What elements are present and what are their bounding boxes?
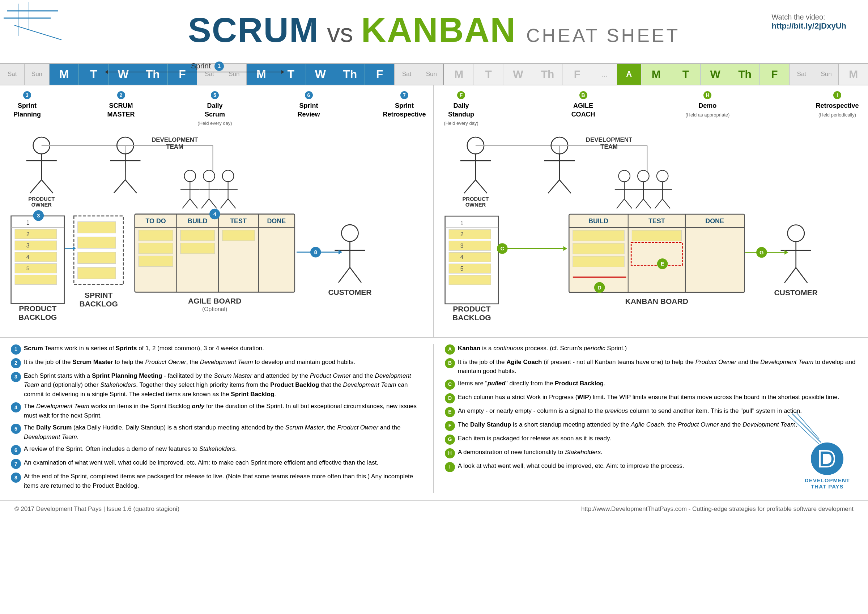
svg-line-29	[182, 199, 190, 208]
svg-text:E: E	[661, 261, 664, 267]
svg-marker-7	[281, 70, 284, 74]
sprint-review-label: 6 SprintReview	[291, 91, 327, 119]
svg-text:PRODUCT: PRODUCT	[19, 304, 56, 312]
scrum-bullet-num-1: 1	[11, 344, 21, 354]
svg-text:TEST: TEST	[648, 218, 665, 225]
video-url[interactable]: http://bit.ly/2jDxyUh	[772, 21, 846, 31]
cheat-sheet-title: CHEAT SHEET	[526, 25, 680, 46]
svg-rect-139	[449, 275, 491, 284]
kanban-bullet-letter-D: D	[445, 393, 455, 403]
cal-a-badge: A	[617, 64, 642, 85]
svg-rect-60	[78, 252, 116, 263]
agile-coach-text: AGILECOACH	[572, 102, 595, 118]
retro-kanban-badge: I	[833, 91, 841, 99]
svg-text:PRODUCT: PRODUCT	[453, 304, 490, 312]
svg-line-34	[202, 199, 209, 208]
demo-label: H Demo (Held as appropriate)	[685, 91, 730, 119]
scrum-bullet-num-5: 5	[11, 424, 21, 434]
sprint-review-text: SprintReview	[297, 102, 320, 118]
decorative-lines	[0, 0, 65, 44]
svg-rect-61	[78, 267, 116, 279]
svg-text:2: 2	[460, 231, 463, 237]
svg-rect-75	[138, 230, 173, 240]
svg-text:3: 3	[37, 213, 40, 219]
svg-line-116	[617, 199, 624, 208]
scrum-bullet-2: 2 It is the job of the Scrum Master to h…	[11, 358, 422, 368]
svg-rect-156	[632, 230, 681, 241]
svg-point-123	[657, 170, 668, 182]
svg-text:4: 4	[26, 253, 29, 260]
svg-text:5: 5	[460, 266, 463, 272]
scrum-bullet-4: 4 The Development Team works on items in…	[11, 402, 422, 420]
daily-scrum-sub: (Held every day)	[197, 120, 232, 126]
cal-dots: ...	[592, 64, 617, 85]
svg-text:C: C	[500, 246, 504, 252]
cal-sat-1: Sat	[0, 64, 25, 85]
svg-line-20	[114, 179, 126, 193]
svg-line-168	[796, 267, 808, 283]
kanban-bullet-text-F: The Daily Standup is a short standup mee…	[458, 420, 797, 431]
cal-th-green-1: Th	[730, 64, 760, 85]
svg-marker-6	[105, 70, 108, 74]
diagrams-section: 3 SprintPlanning 2 SCRUMMASTER 5 DailySc…	[0, 85, 868, 338]
vs-title: vs	[327, 19, 353, 47]
kanban-bullet-I: I A look at what went well, what could b…	[445, 461, 857, 472]
svg-text:DEVELOPMENT: DEVELOPMENT	[152, 136, 198, 143]
kanban-bullet-B: B It is the job of the Agile Coach (if p…	[445, 358, 857, 376]
kanban-bullet-A: A Kanban is a continuous process. (cf. S…	[445, 344, 857, 354]
svg-line-89	[350, 267, 361, 283]
agile-coach-badge: B	[580, 91, 587, 99]
scrum-bullet-num-6: 6	[11, 445, 21, 455]
daily-standup-text: DailyStandup	[448, 102, 474, 118]
logo-area: DEVELOPMENT THAT PAYS	[805, 443, 850, 490]
daily-scrum-text: DailyScrum	[205, 102, 225, 118]
kanban-bullet-letter-H: H	[445, 448, 455, 459]
scrum-bullet-6: 6 A review of the Sprint. Often includes…	[11, 444, 422, 455]
svg-rect-79	[180, 243, 215, 253]
svg-point-164	[788, 225, 804, 241]
svg-text:BUILD: BUILD	[188, 217, 208, 224]
scrum-master-badge: 2	[117, 91, 125, 99]
svg-text:2: 2	[26, 231, 29, 237]
svg-rect-131	[449, 229, 491, 239]
sprint-planning-badge: 3	[23, 91, 31, 99]
kanban-bullets-col: A Kanban is a continuous process. (cf. S…	[434, 344, 857, 494]
scrum-bullet-text-5: The Daily Scrum (aka Daily Huddle, Daily…	[24, 423, 422, 441]
scrum-bullet-num-7: 7	[11, 459, 21, 469]
scrum-svg-diagram: PRODUCT OWNER DEVELOPMENT TEAM	[7, 130, 426, 328]
kanban-title: KANBAN	[361, 11, 516, 49]
kanban-bullet-text-A: Kanban is a continuous process. (cf. Scr…	[458, 344, 627, 354]
retro-kanban-sub: (Held periodically)	[818, 112, 856, 118]
demo-badge: H	[704, 91, 711, 99]
scrum-bullet-7: 7 An examination of what went well, what…	[11, 458, 422, 469]
svg-line-21	[125, 179, 137, 193]
video-label: Watch the video:	[772, 13, 846, 21]
sprint-review-badge: 6	[305, 91, 313, 99]
svg-text:4: 4	[213, 211, 217, 217]
footer-website: http://www.DevelopmentThatPays.com	[581, 505, 687, 512]
svg-point-85	[341, 225, 358, 241]
scrum-bullet-text-3: Each Sprint starts with a Sprint Plannin…	[24, 371, 422, 399]
video-link-box: Watch the video: http://bit.ly/2jDxyUh	[772, 13, 846, 31]
kanban-bullet-letter-B: B	[445, 358, 455, 368]
svg-text:G: G	[760, 249, 764, 255]
svg-line-167	[784, 267, 796, 283]
svg-marker-143	[563, 246, 567, 251]
sprint-planning-text: SprintPlanning	[13, 102, 41, 118]
cal-w-green-1: W	[701, 64, 730, 85]
cal-m-fade-1: M	[444, 64, 474, 85]
kanban-bullet-letter-A: A	[445, 344, 455, 354]
footer-tagline: - Cutting-edge strategies for profitable…	[688, 505, 854, 512]
scrum-bullets-col: 1 Scrum Teams work in a series of Sprint…	[11, 344, 434, 494]
svg-text:5: 5	[26, 265, 29, 271]
svg-text:DONE: DONE	[267, 217, 286, 224]
scrum-bullet-num-3: 3	[11, 372, 21, 382]
svg-line-35	[209, 199, 217, 208]
kanban-bullet-D: D Each column has a strict Work in Progr…	[445, 393, 857, 403]
svg-rect-135	[449, 252, 491, 261]
svg-rect-59	[78, 236, 116, 248]
svg-text:SPRINT: SPRINT	[85, 291, 113, 299]
scrum-diagram-col: 3 SprintPlanning 2 SCRUMMASTER 5 DailySc…	[0, 85, 434, 337]
sprint-retro-label: 7 SprintRetrospective	[383, 91, 426, 119]
svg-text:AGILE BOARD: AGILE BOARD	[188, 297, 241, 305]
